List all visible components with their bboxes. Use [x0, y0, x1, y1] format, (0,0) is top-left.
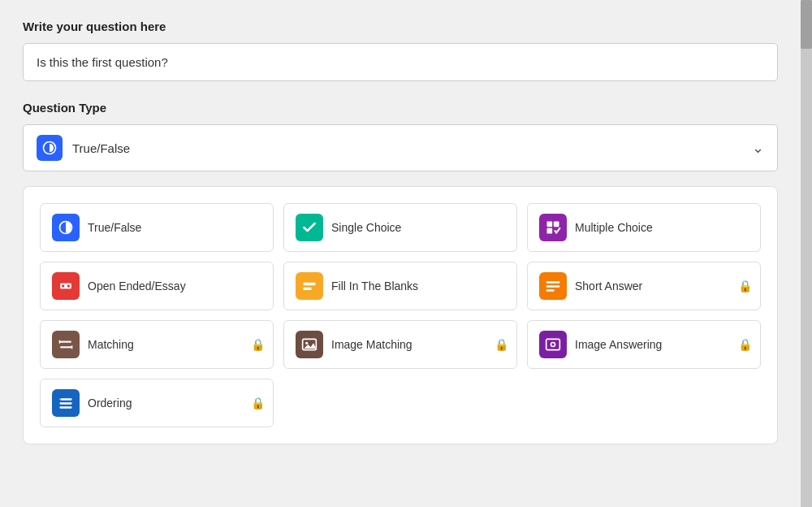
ordering-label: Ordering — [88, 396, 132, 410]
question-type-label: Question Type — [23, 101, 778, 115]
question-type-dropdown[interactable]: True/False ⌄ — [23, 124, 778, 171]
scrollbar[interactable] — [801, 0, 812, 507]
svg-point-9 — [67, 284, 70, 287]
svg-rect-27 — [60, 406, 72, 409]
true-false-icon — [52, 214, 80, 241]
image-matching-label: Image Matching — [331, 338, 412, 351]
type-item-multiple-choice[interactable]: Multiple Choice — [527, 203, 761, 252]
true-false-label: True/False — [88, 221, 141, 234]
type-item-true-false[interactable]: True/False — [40, 203, 274, 252]
single-choice-icon — [296, 214, 323, 241]
image-answering-lock-icon: 🔒 — [738, 338, 752, 351]
svg-marker-17 — [59, 340, 62, 344]
true-false-dropdown-icon — [41, 140, 58, 156]
type-item-fill-blanks[interactable]: Fill In The Blanks — [283, 262, 517, 310]
svg-rect-13 — [546, 285, 560, 288]
fill-blanks-label: Fill In The Blanks — [331, 280, 418, 292]
svg-rect-2 — [547, 222, 553, 228]
svg-rect-11 — [304, 288, 312, 290]
svg-rect-26 — [60, 402, 72, 405]
svg-rect-25 — [60, 398, 72, 401]
open-ended-icon — [52, 272, 80, 300]
question-input[interactable] — [23, 43, 778, 81]
svg-rect-3 — [554, 222, 559, 228]
multiple-choice-label: Multiple Choice — [575, 221, 653, 234]
type-item-open-ended[interactable]: Open Ended/Essay — [40, 262, 274, 310]
svg-point-8 — [62, 284, 64, 287]
scrollbar-thumb[interactable] — [801, 0, 812, 49]
image-matching-lock-icon: 🔒 — [495, 338, 508, 351]
image-matching-icon — [296, 331, 323, 358]
single-choice-label: Single Choice — [331, 221, 401, 234]
multiple-choice-icon — [539, 214, 567, 241]
type-grid: True/False Single Choice — [40, 203, 761, 427]
type-item-single-choice[interactable]: Single Choice — [283, 203, 517, 252]
type-item-image-matching[interactable]: Image Matching 🔒 — [283, 320, 517, 369]
open-ended-label: Open Ended/Essay — [88, 280, 186, 292]
fill-blanks-icon — [296, 272, 323, 300]
question-section-label: Write your question here — [23, 20, 778, 33]
image-answering-label: Image Answering — [575, 338, 662, 351]
type-item-matching[interactable]: Matching 🔒 — [40, 320, 274, 369]
short-answer-icon — [539, 272, 567, 300]
svg-rect-4 — [547, 228, 553, 234]
svg-marker-18 — [70, 345, 72, 349]
svg-rect-10 — [304, 283, 316, 285]
svg-rect-12 — [546, 281, 560, 284]
type-grid-container: True/False Single Choice — [23, 186, 778, 444]
dropdown-selected-text: True/False — [72, 141, 752, 155]
short-answer-label: Short Answer — [575, 280, 642, 292]
matching-icon — [52, 331, 80, 358]
matching-lock-icon: 🔒 — [251, 338, 265, 351]
type-item-ordering[interactable]: 1 Ordering 🔒 — [40, 379, 274, 427]
image-answering-icon — [539, 331, 567, 358]
main-content: Write your question here Question Type T… — [0, 0, 801, 507]
chevron-down-icon: ⌄ — [752, 139, 764, 157]
type-item-short-answer[interactable]: Short Answer 🔒 — [527, 262, 761, 310]
svg-text:1: 1 — [60, 398, 62, 401]
type-item-image-answering[interactable]: Image Answering 🔒 — [527, 320, 761, 369]
svg-point-24 — [551, 343, 554, 345]
svg-rect-14 — [546, 289, 555, 292]
matching-label: Matching — [88, 338, 134, 351]
short-answer-lock-icon: 🔒 — [738, 280, 752, 292]
ordering-lock-icon: 🔒 — [251, 396, 265, 410]
ordering-icon: 1 — [52, 389, 80, 417]
svg-point-20 — [305, 342, 308, 344]
dropdown-selected-icon — [37, 135, 63, 161]
